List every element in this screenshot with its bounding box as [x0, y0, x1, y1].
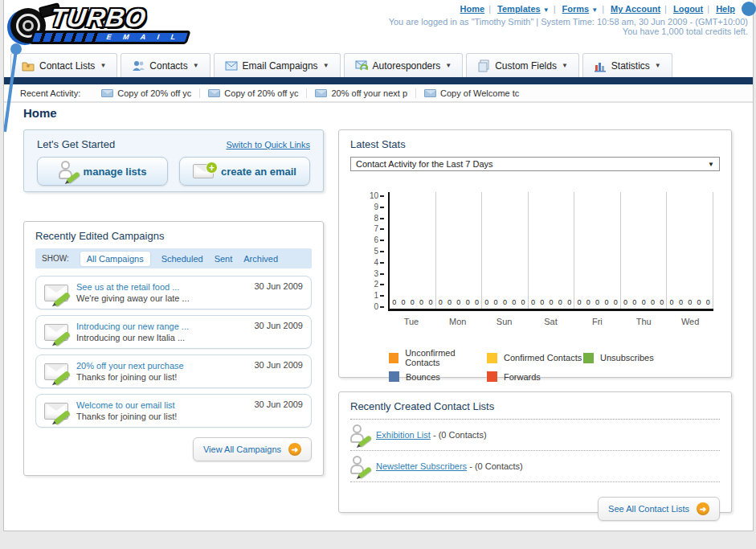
recent-activity-label: Recent Activity:	[20, 88, 80, 98]
tab-contacts[interactable]: Contacts▼	[121, 53, 210, 77]
turbo-email-logo: TURBO E M A I L	[9, 3, 194, 45]
zero-value-labels: 00000	[436, 298, 482, 306]
campaign-title-link[interactable]: Introducing our new range ...	[76, 321, 246, 332]
contact-count: - (0 Contacts)	[469, 461, 523, 471]
recent-activity-item[interactable]: 20% off your next p	[307, 88, 416, 98]
y-tick-label: 7	[365, 225, 384, 233]
nav-link-my-account[interactable]: My Account	[611, 4, 660, 14]
stats-dropdown[interactable]: Contact Activity for the Last 7 Days ▼	[350, 157, 720, 171]
campaign-row[interactable]: 20% off your next purchaseThanks for joi…	[35, 354, 312, 388]
chevron-down-icon: ▼	[562, 62, 568, 69]
filter-all-campaigns[interactable]: All Campaigns	[80, 252, 150, 266]
nav-link-forms[interactable]: Forms	[562, 4, 590, 14]
bar-value-label: 0	[567, 298, 571, 306]
contact-count: - (0 Contacts)	[433, 430, 487, 440]
tab-email-campaigns[interactable]: Email Campaigns▼	[214, 53, 341, 77]
bar-value-label: 0	[688, 298, 692, 306]
recent-activity-item[interactable]: Copy of Welcome tc	[416, 88, 527, 98]
chevron-down-icon: ▼	[100, 62, 106, 69]
chevron-down-icon: ▼	[543, 6, 550, 14]
tab-contact-lists[interactable]: Contact Lists▼	[10, 53, 117, 77]
recent-activity-bar: Recent Activity: Copy of 20% off yc Copy…	[4, 84, 753, 103]
recent-activity-item[interactable]: Copy of 20% off yc	[200, 88, 307, 98]
x-tick-label: Sat	[528, 317, 574, 326]
main-tab-bar: Contact Lists▼ Contacts▼ Email Campaigns…	[4, 53, 753, 77]
bar-value-label: 0	[670, 298, 674, 306]
legend-label: Confirmed Contacts	[504, 353, 582, 363]
people-icon	[132, 59, 145, 72]
campaign-subtitle: Introducing our new Italia ...	[76, 332, 246, 343]
bar-value-label: 0	[577, 298, 581, 306]
filter-scheduled[interactable]: Scheduled	[161, 254, 203, 264]
bar-value-label: 0	[604, 298, 608, 306]
recent-activity-item[interactable]: Copy of 20% off yc	[93, 88, 200, 98]
contact-list-row[interactable]: Newsletter Subscribers - (0 Contacts)	[350, 451, 720, 482]
tab-statistics[interactable]: Statistics▼	[582, 53, 672, 77]
x-tick-label: Tue	[388, 317, 435, 326]
main-window: TURBO E M A I L Home Templates ▼ Forms ▼…	[3, 0, 754, 531]
campaign-row[interactable]: Introducing our new range ...Introducing…	[35, 315, 312, 349]
tab-autoresponders[interactable]: Autoresponders▼	[344, 53, 464, 77]
view-all-campaigns-button[interactable]: View All Campaigns ➜	[193, 437, 312, 461]
top-navigation: Home Templates ▼ Forms ▼ My Account Logo…	[460, 4, 735, 14]
campaign-date: 30 Jun 2009	[254, 321, 303, 330]
chevron-down-icon: ▼	[193, 62, 199, 69]
zero-value-labels: 00000	[667, 298, 713, 306]
manage-lists-button[interactable]: manage lists	[37, 157, 168, 186]
contact-list-link[interactable]: Newsletter Subscribers	[376, 461, 467, 471]
get-started-title: Let's Get Started	[37, 138, 115, 150]
campaign-row[interactable]: Welcome to our email listThanks for join…	[35, 394, 312, 428]
zero-value-labels: 00000	[482, 298, 528, 306]
page-title: Home	[23, 106, 57, 120]
credits-text: You have 1,000 total credits left.	[389, 27, 748, 36]
campaigns-panel: Recently Edited Campaigns SHOW: All Camp…	[23, 221, 324, 476]
legend-swatch	[389, 353, 398, 363]
campaign-title-link[interactable]: 20% off your next purchase	[76, 360, 246, 371]
create-email-button[interactable]: + create an email	[179, 157, 310, 186]
bar-value-label: 0	[401, 298, 405, 306]
contact-list-row[interactable]: Exhibition List - (0 Contacts)	[350, 420, 720, 451]
campaign-title-link[interactable]: Welcome to our email list	[76, 399, 246, 411]
contact-lists-panel: Recently Created Contact Lists Exhibitio…	[338, 391, 732, 513]
bar-value-label: 0	[660, 298, 664, 306]
bar-chart-icon	[594, 59, 607, 72]
filter-sent[interactable]: Sent	[215, 254, 233, 264]
tab-label: Autoresponders	[373, 60, 441, 72]
bar-value-label: 0	[595, 298, 599, 306]
x-tick-label: Thu	[620, 317, 667, 326]
chart-legend: Unconfirmed ContactsConfirmed ContactsUn…	[389, 348, 720, 382]
bar-value-label: 0	[632, 298, 636, 306]
contact-activity-chart: 109876543210 000000000000000000000000000…	[365, 192, 720, 345]
campaign-title-link[interactable]: See us at the retail food ...	[76, 281, 246, 293]
nav-link-home[interactable]: Home	[460, 4, 485, 14]
y-tick-label: 6	[365, 236, 384, 244]
envelope-pencil-icon	[44, 324, 68, 341]
legend-item: Forwards	[487, 371, 583, 382]
envelope-icon	[424, 89, 436, 97]
person-pencil-icon	[59, 161, 76, 182]
campaign-date: 30 Jun 2009	[254, 281, 303, 291]
help-bubble-icon[interactable]	[742, 2, 756, 16]
tab-custom-fields[interactable]: Custom Fields▼	[466, 53, 579, 77]
legend-label: Bounces	[406, 372, 440, 382]
bar-value-label: 0	[503, 298, 507, 306]
campaign-date: 30 Jun 2009	[254, 399, 303, 409]
tab-label: Custom Fields	[495, 60, 557, 72]
bar-value-label: 0	[484, 298, 488, 306]
bar-value-label: 0	[706, 298, 710, 306]
y-tick-label: 0	[365, 303, 384, 311]
nav-link-templates[interactable]: Templates	[497, 4, 541, 14]
filter-archived[interactable]: Archived	[243, 254, 278, 264]
y-tick-label: 1	[365, 292, 384, 300]
legend-item: Unsubscribes	[583, 348, 720, 367]
contact-list-link[interactable]: Exhibition List	[376, 430, 431, 440]
pages-icon	[477, 59, 490, 72]
bar-value-label: 0	[679, 298, 683, 306]
nav-link-help[interactable]: Help	[716, 4, 735, 14]
nav-link-logout[interactable]: Logout	[673, 4, 703, 14]
see-all-contact-lists-button[interactable]: See All Contact Lists ➜	[598, 497, 720, 521]
campaign-row[interactable]: See us at the retail food ...We're givin…	[35, 276, 312, 309]
legend-item: Confirmed Contacts	[487, 348, 583, 367]
switch-quick-links[interactable]: Switch to Quick Links	[226, 140, 310, 150]
chart-day-group: 00000	[436, 192, 483, 309]
